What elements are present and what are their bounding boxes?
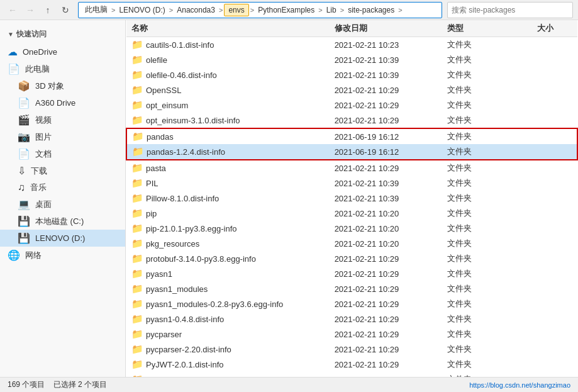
col-header-date[interactable]: 修改日期 — [330, 20, 442, 37]
file-type: 文件夹 — [442, 113, 532, 128]
crumb-lib[interactable]: Lib — [324, 4, 339, 16]
file-name: 📁 PIL — [126, 176, 330, 191]
file-name: 📁 pycparser-2.20.dist-info — [126, 342, 330, 357]
folder-icon: 📁 — [131, 193, 143, 204]
sidebar-item-3d[interactable]: 📦 3D 对象 — [0, 77, 125, 94]
col-header-size[interactable]: 大小 — [532, 20, 577, 37]
crumb-lenovo[interactable]: LENOVO (D:) — [116, 4, 167, 16]
file-type: 文件夹 — [442, 266, 532, 281]
table-row[interactable]: 📁 pkg_resources 2021-02-21 10:20 文件夹 — [126, 236, 577, 251]
file-date: 2021-02-21 10:29 — [330, 372, 442, 377]
file-size — [532, 357, 577, 372]
address-bar[interactable]: 此电脑 > LENOVO (D:) > Anaconda3 > envs > P… — [78, 2, 442, 18]
a360-icon: 📄 — [18, 97, 30, 109]
table-row[interactable]: 📁 olefile 2021-02-21 10:39 文件夹 — [126, 52, 577, 67]
folder-icon: 📁 — [131, 344, 143, 355]
table-row[interactable]: 📁 pyasn1_modules-0.2.8-py3.6.egg-info 20… — [126, 296, 577, 311]
file-type: 文件夹 — [442, 251, 532, 266]
table-row[interactable]: 📁 olefile-0.46.dist-info 2021-02-21 10:3… — [126, 67, 577, 82]
table-row[interactable]: 📁 pyasn1-0.4.8.dist-info 2021-02-21 10:2… — [126, 311, 577, 327]
crumb-this-pc[interactable]: 此电脑 — [82, 3, 110, 16]
col-header-name[interactable]: 名称 — [126, 20, 330, 37]
file-date: 2021-02-21 10:39 — [330, 176, 442, 191]
table-row[interactable]: 📁 pandas-1.2.4.dist-info 2021-06-19 16:1… — [126, 144, 577, 160]
table-row[interactable]: 📁 pandas 2021-06-19 16:12 文件夹 — [126, 128, 577, 144]
file-size — [532, 372, 577, 377]
sidebar-item-onedrive[interactable]: ☁ OneDrive — [0, 43, 125, 60]
3d-label: 3D 对象 — [35, 81, 64, 92]
file-size — [532, 37, 577, 53]
crumb-anaconda[interactable]: Anaconda3 — [174, 4, 218, 16]
crumb-sep-4: > — [318, 6, 322, 14]
search-box[interactable] — [447, 2, 573, 18]
table-row[interactable]: 📁 pyasn1 2021-02-21 10:29 文件夹 — [126, 266, 577, 281]
table-row[interactable]: 📁 pycparser 2021-02-21 10:29 文件夹 — [126, 327, 577, 342]
col-header-type[interactable]: 类型 — [442, 20, 532, 37]
file-size — [532, 191, 577, 206]
sidebar-item-download[interactable]: ⇩ 下载 — [0, 162, 125, 179]
table-row[interactable]: 📁 pip-21.0.1-py3.8.egg-info 2021-02-21 1… — [126, 221, 577, 236]
crumb-sep-1: > — [169, 6, 173, 14]
statusbar-left: 169 个项目 已选择 2 个项目 — [8, 379, 107, 390]
sidebar-quickaccess-header[interactable]: ▼ 快速访问 — [0, 25, 125, 41]
sidebar: ▼ 快速访问 ☁ OneDrive 📄 此电脑 📦 3D 对象 📄 A360 D… — [0, 20, 126, 377]
search-input[interactable] — [452, 6, 569, 14]
table-row[interactable]: 📁 PIL 2021-02-21 10:39 文件夹 — [126, 176, 577, 191]
sidebar-item-video[interactable]: 🎬 视频 — [0, 111, 125, 128]
crumb-pythonexamples[interactable]: PythonExamples — [255, 4, 317, 16]
file-date: 2021-02-21 10:29 — [330, 357, 442, 372]
file-date: 2021-02-21 10:29 — [330, 281, 442, 296]
table-row[interactable]: 📁 Pillow-8.1.0.dist-info 2021-02-21 10:3… — [126, 191, 577, 206]
download-label: 下载 — [31, 165, 47, 177]
table-row[interactable]: 📁 pasta 2021-02-21 10:29 文件夹 — [126, 160, 577, 176]
folder-icon: 📁 — [131, 313, 143, 325]
table-row[interactable]: 📁 cautils-0.1.dist-info 2021-02-21 10:23… — [126, 37, 577, 53]
table-row[interactable]: 📁 opt_einsum 2021-02-21 10:29 文件夹 — [126, 98, 577, 113]
file-date: 2021-02-21 10:29 — [330, 311, 442, 327]
table-row[interactable]: 📁 pyasn1_modules 2021-02-21 10:29 文件夹 — [126, 281, 577, 296]
nav-buttons: ← → ↑ ↻ — [5, 3, 73, 18]
table-row[interactable]: 📁 opt_einsum-3.1.0.dist-info 2021-02-21 … — [126, 113, 577, 128]
sidebar-item-thispc[interactable]: 📄 此电脑 — [0, 60, 125, 77]
folder-icon: 📁 — [131, 39, 143, 50]
table-row[interactable]: 📁 PyJWT-2.0.1.dist-info 2021-02-21 10:29… — [126, 357, 577, 372]
file-date: 2021-06-19 16:12 — [330, 144, 442, 160]
sidebar-item-doc[interactable]: 📄 文档 — [0, 145, 125, 162]
sidebar-item-picture[interactable]: 📷 图片 — [0, 128, 125, 145]
file-type: 文件夹 — [442, 221, 532, 236]
file-name: 📁 OpenSSL — [126, 82, 330, 98]
sidebar-item-local-c[interactable]: 💾 本地磁盘 (C:) — [0, 213, 125, 230]
crumb-sep-3: > — [250, 6, 254, 14]
file-size — [532, 342, 577, 357]
sidebar-item-network[interactable]: 🌐 网络 — [0, 247, 125, 264]
file-type: 文件夹 — [442, 296, 532, 311]
sidebar-item-lenovo-d[interactable]: 💾 LENOVO (D:) — [0, 230, 125, 247]
sidebar-item-a360[interactable]: 📄 A360 Drive — [0, 94, 125, 111]
3d-icon: 📦 — [18, 80, 30, 92]
refresh-button[interactable]: ↻ — [58, 3, 73, 18]
crumb-site-packages[interactable]: site-packages — [345, 4, 397, 16]
crumb-envs[interactable]: envs — [224, 4, 248, 16]
table-row[interactable]: 📁 OpenSSL 2021-02-21 10:29 文件夹 — [126, 82, 577, 98]
folder-icon: 📁 — [131, 298, 143, 310]
sidebar-item-music[interactable]: ♫ 音乐 — [0, 179, 125, 196]
statusbar-website: https://blog.csdn.net/shangzimao — [469, 381, 570, 389]
breadcrumb: 此电脑 > LENOVO (D:) > Anaconda3 > envs > P… — [82, 3, 403, 16]
file-date: 2021-02-21 10:29 — [330, 251, 442, 266]
table-row[interactable]: 📁 pip 2021-02-21 10:20 文件夹 — [126, 206, 577, 221]
doc-label: 文档 — [35, 148, 52, 160]
folder-icon: 📁 — [131, 283, 143, 294]
file-type: 文件夹 — [442, 191, 532, 206]
local-c-label: 本地磁盘 (C:) — [35, 216, 84, 227]
up-button[interactable]: ↑ — [40, 3, 55, 18]
table-row[interactable]: 📁 pycparser-2.20.dist-info 2021-02-21 10… — [126, 342, 577, 357]
folder-icon: 📁 — [131, 359, 143, 370]
file-size — [532, 296, 577, 311]
sidebar-item-desktop[interactable]: 💻 桌面 — [0, 196, 125, 213]
table-row[interactable]: 📁 protobuf-3.14.0-py3.8.egg-info 2021-02… — [126, 251, 577, 266]
file-name: 📁 pyasn1-0.4.8.dist-info — [126, 311, 330, 327]
file-type: 文件夹 — [442, 37, 532, 53]
table-row[interactable]: 📁 pyOpenSSL-20.0.1.dist-info 2021-02-21 … — [126, 372, 577, 377]
forward-button[interactable]: → — [23, 3, 38, 18]
back-button[interactable]: ← — [5, 3, 20, 18]
